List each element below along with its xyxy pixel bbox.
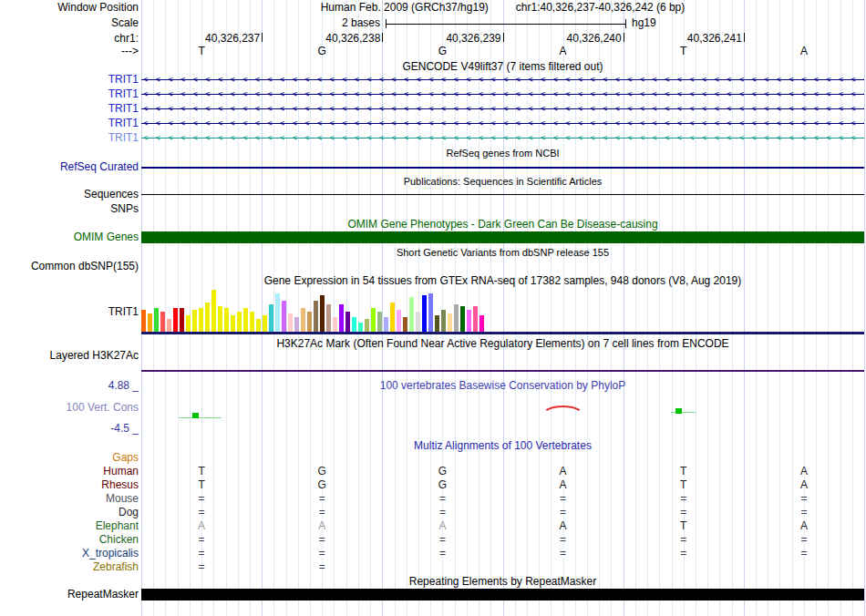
gtex-tissue-bar[interactable] <box>333 317 337 332</box>
gene-label-trit1[interactable]: TRIT1 <box>108 102 139 115</box>
gtex-tissue-bar[interactable] <box>467 310 471 332</box>
species-label-human[interactable]: Human <box>103 465 139 477</box>
species-label-dog[interactable]: Dog <box>119 506 139 518</box>
track-label-layered-h3k27ac[interactable]: Layered H3K27Ac <box>50 349 139 362</box>
gtex-tissue-bar[interactable] <box>365 319 369 332</box>
refseq-title[interactable]: RefSeq genes from NCBI <box>141 147 864 159</box>
phylop-title[interactable]: 100 vertebrates Basewise Conservation by… <box>141 379 864 392</box>
gtex-tissue-bar[interactable] <box>205 303 210 332</box>
gtex-tissue-bar[interactable] <box>263 315 267 332</box>
gtex-tissue-bar[interactable] <box>192 310 197 332</box>
gtex-tissue-bar[interactable] <box>320 295 325 332</box>
gtex-tissue-bar[interactable] <box>250 312 254 332</box>
gene-transcript-row[interactable]: <<<<<<<<<<<<<<<<<<<<<<<<<<<<<<<<<<<<<<<<… <box>141 72 864 87</box>
gtex-tissue-bar[interactable] <box>460 306 465 332</box>
dbsnp-title[interactable]: Short Genetic Variants from dbSNP releas… <box>141 246 864 259</box>
track-label-4-88[interactable]: 4.88 _ <box>108 379 139 392</box>
gtex-tissue-bar[interactable] <box>441 310 446 332</box>
gtex-tissue-bar[interactable] <box>275 293 280 332</box>
species-label-x-tropicalis[interactable]: X_tropicalis <box>82 547 139 560</box>
sequences-line[interactable] <box>141 194 864 195</box>
gtex-tissue-bar[interactable] <box>148 313 152 332</box>
gtex-tissue-bar[interactable] <box>314 301 318 332</box>
gencode-title[interactable]: GENCODE V49lift37 (7 items filtered out) <box>141 60 864 73</box>
gtex-tissue-bar[interactable] <box>218 306 222 332</box>
gene-transcript-row[interactable]: <<<<<<<<<<<<<<<<<<<<<<<<<<<<<<<<<<<<<<<<… <box>141 87 864 101</box>
gtex-tissue-bar[interactable] <box>409 297 414 332</box>
gtex-tissue-bar[interactable] <box>237 312 242 332</box>
gtex-tissue-bar[interactable] <box>384 317 388 332</box>
gtex-tissue-bar[interactable] <box>269 304 273 332</box>
gtex-tissue-bar[interactable] <box>288 313 293 332</box>
track-label-4-5[interactable]: -4.5 _ <box>110 422 139 435</box>
track-label-trit1[interactable]: TRIT1 <box>108 305 139 318</box>
repeatmasker-title[interactable]: Repeating Elements by RepeatMasker <box>141 575 864 588</box>
gtex-tissue-bar[interactable] <box>294 317 299 332</box>
gtex-tissue-bar[interactable] <box>358 323 363 332</box>
gtex-tissue-bar[interactable] <box>199 308 203 332</box>
gtex-tissue-bar[interactable] <box>301 308 305 332</box>
multiz-title[interactable]: Multiz Alignments of 100 Vertebrates <box>141 439 864 452</box>
gtex-tissue-bar[interactable] <box>141 310 146 332</box>
species-label-mouse[interactable]: Mouse <box>106 492 139 505</box>
gtex-tissue-bar[interactable] <box>339 304 344 332</box>
gene-label-trit1[interactable]: TRIT1 <box>108 73 139 86</box>
track-label-100-vert-cons[interactable]: 100 Vert. Cons <box>67 401 139 414</box>
omim-genes-bar[interactable] <box>141 231 864 243</box>
gtex-tissue-bar[interactable] <box>435 315 439 332</box>
gene-transcript-row[interactable]: <<<<<<<<<<<<<<<<<<<<<<<<<<<<<<<<<<<<<<<<… <box>141 116 864 130</box>
gtex-tissue-bar[interactable] <box>167 319 171 332</box>
gtex-tissue-bar[interactable] <box>231 315 235 332</box>
gtex-tissue-bar[interactable] <box>160 312 165 332</box>
gene-label-trit1[interactable]: TRIT1 <box>108 87 139 100</box>
gtex-tissue-bar[interactable] <box>256 319 261 332</box>
gtex-tissue-bar[interactable] <box>416 312 420 332</box>
gtex-tissue-bar[interactable] <box>282 301 286 332</box>
gene-transcript-row[interactable]: <<<<<<<<<<<<<<<<<<<<<<<<<<<<<<<<<<<<<<<<… <box>141 130 864 145</box>
gtex-tissue-bar[interactable] <box>390 303 395 332</box>
refseq-curated-line[interactable] <box>141 167 864 169</box>
h3k27ac-line[interactable] <box>141 370 864 372</box>
gtex-tissue-bar[interactable] <box>154 308 159 332</box>
gtex-tissue-bar[interactable] <box>371 308 376 332</box>
gtex-tissue-bar[interactable] <box>345 312 350 332</box>
gtex-tissue-bar[interactable] <box>224 308 229 332</box>
h3k27ac-title[interactable]: H3K27Ac Mark (Often Found Near Active Re… <box>141 337 864 350</box>
gtex-tissue-bar[interactable] <box>473 306 478 332</box>
track-label-omim-genes[interactable]: OMIM Genes <box>74 231 139 243</box>
repeatmasker-bar[interactable] <box>141 589 864 601</box>
species-label-rhesus[interactable]: Rhesus <box>101 478 139 491</box>
species-label-zebrafish[interactable]: Zebrafish <box>93 560 139 573</box>
gtex-tissue-bar[interactable] <box>173 308 178 332</box>
gtex-tissue-bar[interactable] <box>422 295 427 332</box>
gtex-tissue-bar[interactable] <box>448 313 452 332</box>
gtex-tissue-bar[interactable] <box>397 310 401 332</box>
gtex-tissue-bar[interactable] <box>307 312 312 332</box>
track-label-snps[interactable]: SNPs <box>110 202 139 215</box>
gtex-tissue-bar[interactable] <box>326 304 331 332</box>
gtex-tissue-bar[interactable] <box>352 317 356 332</box>
species-label-elephant[interactable]: Elephant <box>96 519 139 532</box>
gtex-tissue-bar[interactable] <box>211 290 216 332</box>
gtex-tissue-bar[interactable] <box>186 315 191 332</box>
gtex-tissue-bar[interactable] <box>428 293 433 332</box>
track-label-common-dbsnp-155[interactable]: Common dbSNP(155) <box>31 260 139 272</box>
track-label-refseq-curated[interactable]: RefSeq Curated <box>60 160 139 173</box>
gtex-baseline[interactable] <box>141 332 864 334</box>
gene-label-trit1[interactable]: TRIT1 <box>108 131 139 144</box>
omim-title[interactable]: OMIM Gene Phenotypes - Dark Green Can Be… <box>141 218 864 231</box>
gene-label-trit1[interactable]: TRIT1 <box>108 117 139 129</box>
gtex-tissue-bar[interactable] <box>403 317 407 332</box>
gtex-tissue-bar[interactable] <box>377 312 382 332</box>
gtex-tissue-bar[interactable] <box>243 308 248 332</box>
gene-transcript-row[interactable]: <<<<<<<<<<<<<<<<<<<<<<<<<<<<<<<<<<<<<<<<… <box>141 101 864 116</box>
track-label-sequences[interactable]: Sequences <box>84 188 139 200</box>
gtex-tissue-bar[interactable] <box>180 308 184 332</box>
gtex-tissue-bar[interactable] <box>479 315 484 332</box>
publications-title[interactable]: Publications: Sequences in Scientific Ar… <box>141 175 864 188</box>
gtex-title[interactable]: Gene Expression in 54 tissues from GTEx … <box>141 274 864 287</box>
species-label-gaps[interactable]: Gaps <box>112 451 139 464</box>
gtex-tissue-bar[interactable] <box>454 304 459 332</box>
track-label-repeatmasker[interactable]: RepeatMasker <box>67 588 139 601</box>
species-label-chicken[interactable]: Chicken <box>99 533 139 546</box>
